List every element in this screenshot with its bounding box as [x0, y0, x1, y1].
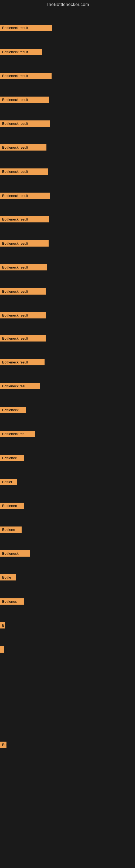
bottleneck-item-2: Bottleneck result	[0, 49, 42, 55]
bottleneck-badge-3: Bottleneck result	[0, 73, 52, 79]
bottleneck-item-10: Bottleneck result	[0, 240, 49, 247]
bottleneck-badge-24: Bottle	[0, 574, 16, 581]
bottleneck-badge-16: Bottleneck resu	[0, 383, 40, 389]
bottleneck-badge-5: Bottleneck result	[0, 120, 50, 127]
bottleneck-item-15: Bottleneck result	[0, 359, 45, 365]
bottleneck-item-25: Bottlenec	[0, 598, 24, 604]
bottleneck-badge-17: Bottleneck	[0, 407, 26, 413]
bottleneck-item-9: Bottleneck result	[0, 216, 49, 222]
site-title: TheBottlenecker.com	[0, 0, 135, 9]
bottleneck-item-4: Bottleneck result	[0, 97, 49, 103]
bottleneck-badge-9: Bottleneck result	[0, 216, 49, 222]
bottleneck-badge-15: Bottleneck result	[0, 359, 45, 365]
bottleneck-item-5: Bottleneck result	[0, 120, 50, 127]
bottleneck-item-17: Bottleneck	[0, 407, 26, 413]
bottleneck-badge-25: Bottlenec	[0, 598, 24, 604]
bottleneck-item-7: Bottleneck result	[0, 168, 48, 175]
bottleneck-item-22: Bottlene	[0, 527, 21, 533]
bottleneck-item-14: Bottleneck result	[0, 335, 46, 341]
bottleneck-item-26: B	[0, 622, 5, 628]
bottleneck-badge-2: Bottleneck result	[0, 49, 42, 55]
bottleneck-item-6: Bottleneck result	[0, 144, 46, 151]
bottleneck-item-11: Bottleneck result	[0, 264, 47, 271]
bottleneck-badge-26: B	[0, 622, 5, 628]
bottleneck-item-27	[0, 646, 4, 653]
bottleneck-badge-22: Bottlene	[0, 527, 21, 533]
bottleneck-badge-28: Bo	[0, 742, 6, 748]
bottleneck-badge-27	[0, 646, 4, 653]
bottleneck-item-19: Bottlenec	[0, 455, 24, 461]
bottleneck-item-23: Bottleneck r	[0, 550, 30, 557]
bottleneck-badge-7: Bottleneck result	[0, 168, 48, 175]
bottleneck-item-21: Bottlenec	[0, 503, 24, 509]
bottleneck-badge-12: Bottleneck result	[0, 288, 46, 294]
bottleneck-item-18: Bottleneck res	[0, 431, 35, 437]
bottleneck-badge-4: Bottleneck result	[0, 97, 49, 103]
bottleneck-item-24: Bottle	[0, 574, 16, 581]
bottleneck-item-20: Bottler	[0, 479, 17, 485]
bottleneck-item-8: Bottleneck result	[0, 193, 50, 199]
bottleneck-item-12: Bottleneck result	[0, 288, 46, 294]
bottleneck-badge-8: Bottleneck result	[0, 193, 50, 199]
bottleneck-badge-21: Bottlenec	[0, 503, 24, 509]
bottleneck-badge-1: Bottleneck result	[0, 25, 52, 31]
bottleneck-item-28: Bo	[0, 742, 6, 748]
bottleneck-badge-18: Bottleneck res	[0, 431, 35, 437]
bottleneck-badge-6: Bottleneck result	[0, 144, 46, 151]
bottleneck-item-13: Bottleneck result	[0, 312, 46, 318]
bottleneck-badge-23: Bottleneck r	[0, 550, 30, 557]
bottleneck-badge-13: Bottleneck result	[0, 312, 46, 318]
bottleneck-badge-19: Bottlenec	[0, 455, 24, 461]
bottleneck-badge-11: Bottleneck result	[0, 264, 47, 271]
bottleneck-item-1: Bottleneck result	[0, 25, 52, 31]
bottleneck-badge-20: Bottler	[0, 479, 17, 485]
bottleneck-item-3: Bottleneck result	[0, 73, 52, 79]
bottleneck-item-16: Bottleneck resu	[0, 383, 40, 389]
bottleneck-badge-14: Bottleneck result	[0, 335, 46, 341]
bottleneck-badge-10: Bottleneck result	[0, 240, 49, 247]
